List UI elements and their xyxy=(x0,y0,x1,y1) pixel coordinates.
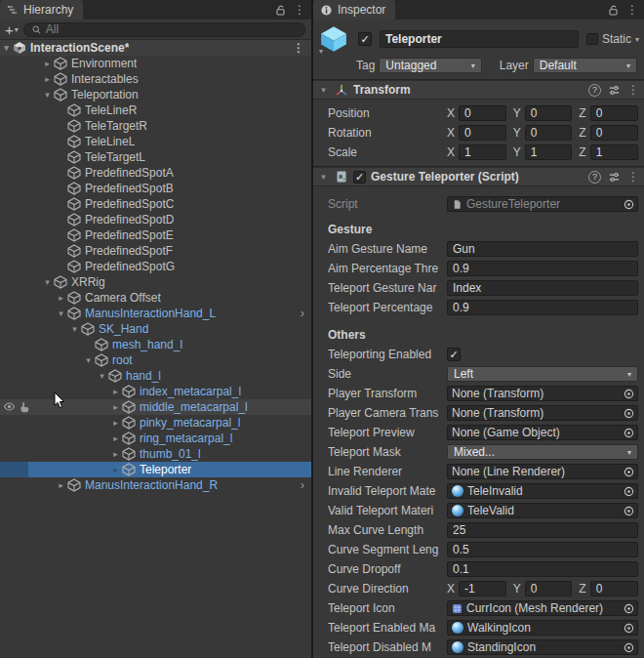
object-field[interactable]: WalkingIcon xyxy=(447,620,638,636)
panel-menu-icon[interactable]: ⋮ xyxy=(294,4,305,16)
property-text-input[interactable] xyxy=(447,542,638,557)
foldout-arrow-icon[interactable]: ▾ xyxy=(0,43,13,53)
foldout-arrow-icon[interactable]: ▾ xyxy=(68,324,81,334)
property-text-input[interactable] xyxy=(447,561,638,577)
hierarchy-item[interactable]: PredefinedSpotA xyxy=(0,165,311,181)
pickability-toggle-icon[interactable] xyxy=(19,401,30,413)
foldout-arrow-icon[interactable]: ▸ xyxy=(55,293,67,303)
hierarchy-item[interactable]: ▾ root xyxy=(0,352,311,368)
property-checkbox[interactable]: ✓ xyxy=(447,348,461,361)
object-field[interactable]: None (Game Object) xyxy=(447,425,638,440)
foldout-arrow-icon[interactable]: ▸ xyxy=(55,480,67,490)
property-text-input[interactable] xyxy=(447,261,638,276)
foldout-arrow-icon[interactable]: ▾ xyxy=(317,172,330,182)
property-text-input[interactable] xyxy=(447,522,638,538)
active-checkbox[interactable]: ✓ xyxy=(358,32,372,46)
visibility-toggle-icon[interactable] xyxy=(3,400,16,413)
object-field[interactable]: None (Line Renderer) xyxy=(447,464,638,479)
foldout-arrow-icon[interactable]: ▸ xyxy=(41,74,54,84)
component-menu-icon[interactable]: ⋮ xyxy=(627,84,639,96)
lock-icon[interactable] xyxy=(607,4,620,17)
object-field[interactable]: None (Transform) xyxy=(447,386,638,401)
prefab-chevron-icon[interactable]: › xyxy=(301,306,304,321)
x-input[interactable] xyxy=(459,581,506,596)
object-picker-icon[interactable] xyxy=(623,505,635,517)
scene-menu-icon[interactable]: ⋮ xyxy=(293,42,304,54)
foldout-arrow-icon[interactable]: ▸ xyxy=(109,433,122,443)
component-menu-icon[interactable]: ⋮ xyxy=(627,171,639,183)
hierarchy-item[interactable]: ▾ SK_Hand xyxy=(0,321,311,337)
hierarchy-item[interactable]: ▾ ManusInteractionHand_L › xyxy=(0,306,311,321)
presets-icon[interactable] xyxy=(608,84,621,97)
tab-inspector[interactable]: Inspector xyxy=(313,0,395,20)
foldout-arrow-icon[interactable]: ▾ xyxy=(82,355,95,365)
static-checkbox[interactable] xyxy=(586,33,598,45)
panel-menu-icon[interactable]: ⋮ xyxy=(626,4,638,16)
foldout-arrow-icon[interactable]: ▸ xyxy=(41,59,54,68)
hierarchy-item[interactable]: PredefinedSpotF xyxy=(0,243,311,259)
tag-dropdown[interactable]: Untagged ▾ xyxy=(379,58,481,73)
gameobject-icon-button[interactable]: ▾ xyxy=(319,24,358,54)
transform-header[interactable]: ▾ Transform ? ⋮ xyxy=(313,80,644,100)
create-button[interactable]: + ▾ xyxy=(5,22,19,37)
layer-dropdown[interactable]: Default ▾ xyxy=(533,58,637,73)
property-dropdown[interactable]: Left ▾ xyxy=(447,366,638,382)
help-icon[interactable]: ? xyxy=(588,171,601,184)
foldout-arrow-icon[interactable]: ▾ xyxy=(41,90,54,100)
y-input[interactable] xyxy=(525,144,573,160)
scene-row[interactable]: ▾ InteractionScene* ⋮ xyxy=(0,40,311,56)
x-input[interactable] xyxy=(459,105,506,121)
script-object-field[interactable]: GestureTeleporter xyxy=(447,196,638,212)
hierarchy-item[interactable]: ▸ Teleporter xyxy=(0,462,311,477)
foldout-arrow-icon[interactable]: ▸ xyxy=(109,387,122,396)
hierarchy-item[interactable]: ▸ ManusInteractionHand_R › xyxy=(0,477,311,493)
z-input[interactable] xyxy=(590,581,638,596)
y-input[interactable] xyxy=(525,105,573,121)
hierarchy-item[interactable]: PredefinedSpotD xyxy=(0,212,311,227)
presets-icon[interactable] xyxy=(608,171,621,184)
hierarchy-item[interactable]: TeleLineL xyxy=(0,134,311,149)
hierarchy-search-input[interactable]: All xyxy=(23,22,305,37)
object-picker-icon[interactable] xyxy=(623,641,635,654)
object-picker-icon[interactable] xyxy=(623,602,635,615)
foldout-arrow-icon[interactable]: ▸ xyxy=(109,465,122,474)
hierarchy-item[interactable]: TeleTargetR xyxy=(0,118,311,134)
prefab-chevron-icon[interactable]: › xyxy=(301,477,304,493)
hierarchy-item[interactable]: PredefinedSpotC xyxy=(0,196,311,212)
property-text-input[interactable] xyxy=(447,280,638,296)
z-input[interactable] xyxy=(590,144,638,160)
object-picker-icon[interactable] xyxy=(623,622,635,635)
gameobject-name-input[interactable] xyxy=(380,30,579,48)
y-input[interactable] xyxy=(525,581,573,596)
hierarchy-item[interactable]: ▾ Teleportation xyxy=(0,87,311,103)
help-icon[interactable]: ? xyxy=(588,84,601,97)
hierarchy-item[interactable]: ▸ Environment xyxy=(0,56,311,71)
property-text-input[interactable] xyxy=(447,241,638,257)
object-picker-icon[interactable] xyxy=(623,485,635,498)
object-field[interactable]: None (Transform) xyxy=(447,405,638,421)
foldout-arrow-icon[interactable]: ▾ xyxy=(96,371,108,381)
hierarchy-item[interactable]: ▸ Camera Offset xyxy=(0,290,311,306)
hierarchy-item[interactable]: ▸ index_metacarpal_l xyxy=(0,384,311,399)
hierarchy-item[interactable]: ▸ ring_metacarpal_l xyxy=(0,431,311,446)
object-field[interactable]: TeleInvalid xyxy=(447,483,638,499)
x-input[interactable] xyxy=(459,125,506,141)
tab-hierarchy[interactable]: Hierarchy xyxy=(0,0,83,20)
foldout-arrow-icon[interactable]: ▸ xyxy=(109,402,122,412)
hierarchy-item[interactable]: PredefinedSpotB xyxy=(0,181,311,196)
foldout-arrow-icon[interactable]: ▸ xyxy=(109,449,122,459)
hierarchy-item[interactable]: PredefinedSpotE xyxy=(0,227,311,243)
object-picker-icon[interactable] xyxy=(623,198,635,211)
hierarchy-item[interactable]: ▸ thumb_01_l xyxy=(0,446,311,462)
foldout-arrow-icon[interactable]: ▾ xyxy=(55,308,67,318)
hierarchy-item[interactable]: mesh_hand_l xyxy=(0,337,311,352)
x-input[interactable] xyxy=(459,144,506,160)
object-picker-icon[interactable] xyxy=(623,388,635,400)
gesture-teleporter-header[interactable]: ▾ ✓ Gesture Teleporter (Script) ? ⋮ xyxy=(313,167,644,186)
object-picker-icon[interactable] xyxy=(623,466,635,478)
object-field[interactable]: StandingIcon xyxy=(447,639,638,655)
z-input[interactable] xyxy=(590,125,638,141)
object-field[interactable]: CurrIcon (Mesh Renderer) xyxy=(447,600,638,616)
foldout-arrow-icon[interactable]: ▾ xyxy=(317,85,330,95)
hierarchy-item[interactable]: ▸ Interactables xyxy=(0,71,311,87)
